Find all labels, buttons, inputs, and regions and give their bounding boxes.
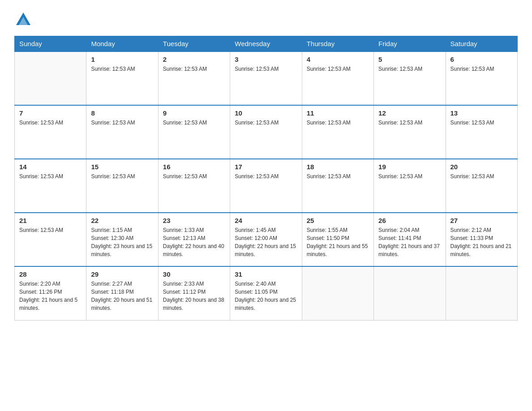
day-info: Sunrise: 12:53 AM [235, 172, 297, 180]
day-info: Sunrise: 2:27 AMSunset: 11:18 PMDaylight… [91, 280, 153, 312]
table-row: 9Sunrise: 12:53 AM [158, 105, 230, 159]
table-row: 25Sunrise: 1:55 AMSunset: 11:50 PMDaylig… [302, 213, 373, 266]
day-number: 14 [19, 163, 82, 171]
day-number: 24 [235, 217, 297, 224]
table-row: 30Sunrise: 2:33 AMSunset: 11:12 PMDaylig… [158, 266, 230, 320]
table-row [302, 266, 373, 320]
table-row: 27Sunrise: 2:12 AMSunset: 11:33 PMDaylig… [446, 213, 517, 266]
table-row: 15Sunrise: 12:53 AM [86, 159, 158, 213]
table-row: 1Sunrise: 12:53 AM [86, 51, 158, 105]
day-number: 30 [163, 270, 225, 278]
day-number: 28 [19, 270, 82, 278]
day-number: 3 [235, 56, 297, 63]
day-number: 6 [450, 56, 513, 63]
day-number: 2 [163, 56, 225, 63]
day-info: Sunrise: 2:40 AMSunset: 11:05 PMDaylight… [235, 280, 297, 312]
page-header [14, 11, 518, 29]
day-info: Sunrise: 1:33 AMSunset: 12:13 AMDaylight… [163, 226, 225, 258]
day-number: 31 [235, 270, 297, 278]
day-info: Sunrise: 1:55 AMSunset: 11:50 PMDaylight… [307, 226, 369, 258]
table-row: 24Sunrise: 1:45 AMSunset: 12:00 AMDaylig… [230, 213, 302, 266]
day-info: Sunrise: 2:33 AMSunset: 11:12 PMDaylight… [163, 280, 225, 312]
day-number: 1 [91, 56, 153, 63]
table-row: 7Sunrise: 12:53 AM [15, 105, 86, 159]
calendar-week-row: 14Sunrise: 12:53 AM15Sunrise: 12:53 AM16… [15, 159, 518, 213]
table-row: 16Sunrise: 12:53 AM [158, 159, 230, 213]
day-number: 15 [91, 163, 153, 171]
logo-icon [14, 11, 32, 29]
table-row [374, 266, 446, 320]
calendar-week-row: 21Sunrise: 12:53 AM22Sunrise: 1:15 AMSun… [15, 213, 518, 266]
table-row: 10Sunrise: 12:53 AM [230, 105, 302, 159]
day-number: 22 [91, 217, 153, 224]
day-number: 11 [307, 109, 369, 117]
day-number: 29 [91, 270, 153, 278]
day-info: Sunrise: 12:53 AM [450, 119, 513, 127]
day-number: 10 [235, 109, 297, 117]
day-number: 5 [378, 56, 441, 63]
day-info: Sunrise: 12:53 AM [19, 119, 82, 127]
day-info: Sunrise: 12:53 AM [378, 172, 441, 180]
table-row [15, 51, 86, 105]
day-info: Sunrise: 12:53 AM [19, 226, 82, 234]
calendar-week-row: 7Sunrise: 12:53 AM8Sunrise: 12:53 AM9Sun… [15, 105, 518, 159]
day-info: Sunrise: 12:53 AM [19, 172, 82, 180]
day-number: 7 [19, 109, 82, 117]
calendar-header-monday: Monday [86, 36, 158, 52]
day-info: Sunrise: 2:20 AMSunset: 11:26 PMDaylight… [19, 280, 82, 312]
table-row: 17Sunrise: 12:53 AM [230, 159, 302, 213]
day-info: Sunrise: 12:53 AM [450, 65, 513, 73]
table-row: 4Sunrise: 12:53 AM [302, 51, 373, 105]
table-row: 28Sunrise: 2:20 AMSunset: 11:26 PMDaylig… [15, 266, 86, 320]
table-row: 29Sunrise: 2:27 AMSunset: 11:18 PMDaylig… [86, 266, 158, 320]
table-row: 23Sunrise: 1:33 AMSunset: 12:13 AMDaylig… [158, 213, 230, 266]
calendar-header-saturday: Saturday [446, 36, 517, 52]
day-info: Sunrise: 12:53 AM [307, 65, 369, 73]
table-row: 8Sunrise: 12:53 AM [86, 105, 158, 159]
table-row: 19Sunrise: 12:53 AM [374, 159, 446, 213]
day-number: 4 [307, 56, 369, 63]
day-info: Sunrise: 12:53 AM [91, 119, 153, 127]
calendar-header-wednesday: Wednesday [230, 36, 302, 52]
day-info: Sunrise: 1:45 AMSunset: 12:00 AMDaylight… [235, 226, 297, 258]
day-number: 21 [19, 217, 82, 224]
day-info: Sunrise: 12:53 AM [235, 119, 297, 127]
calendar-header-row: SundayMondayTuesdayWednesdayThursdayFrid… [15, 36, 518, 52]
table-row: 22Sunrise: 1:15 AMSunset: 12:30 AMDaylig… [86, 213, 158, 266]
table-row: 31Sunrise: 2:40 AMSunset: 11:05 PMDaylig… [230, 266, 302, 320]
day-number: 9 [163, 109, 225, 117]
table-row: 3Sunrise: 12:53 AM [230, 51, 302, 105]
day-number: 19 [378, 163, 441, 171]
table-row: 14Sunrise: 12:53 AM [15, 159, 86, 213]
day-info: Sunrise: 12:53 AM [378, 119, 441, 127]
day-number: 25 [307, 217, 369, 224]
day-number: 16 [163, 163, 225, 171]
calendar-table: SundayMondayTuesdayWednesdayThursdayFrid… [14, 36, 518, 321]
day-number: 23 [163, 217, 225, 224]
day-info: Sunrise: 12:53 AM [163, 172, 225, 180]
day-info: Sunrise: 2:04 AMSunset: 11:41 PMDaylight… [378, 226, 441, 258]
table-row: 21Sunrise: 12:53 AM [15, 213, 86, 266]
day-info: Sunrise: 12:53 AM [91, 65, 153, 73]
calendar-header-thursday: Thursday [302, 36, 373, 52]
table-row: 2Sunrise: 12:53 AM [158, 51, 230, 105]
table-row: 12Sunrise: 12:53 AM [374, 105, 446, 159]
table-row: 20Sunrise: 12:53 AM [446, 159, 517, 213]
calendar-header-friday: Friday [374, 36, 446, 52]
day-number: 12 [378, 109, 441, 117]
day-number: 17 [235, 163, 297, 171]
calendar-week-row: 1Sunrise: 12:53 AM2Sunrise: 12:53 AM3Sun… [15, 51, 518, 105]
day-number: 8 [91, 109, 153, 117]
table-row: 5Sunrise: 12:53 AM [374, 51, 446, 105]
day-info: Sunrise: 1:15 AMSunset: 12:30 AMDaylight… [91, 226, 153, 258]
table-row: 18Sunrise: 12:53 AM [302, 159, 373, 213]
calendar-header-tuesday: Tuesday [158, 36, 230, 52]
calendar-week-row: 28Sunrise: 2:20 AMSunset: 11:26 PMDaylig… [15, 266, 518, 320]
logo [14, 11, 32, 29]
table-row: 26Sunrise: 2:04 AMSunset: 11:41 PMDaylig… [374, 213, 446, 266]
day-number: 27 [450, 217, 513, 224]
table-row [446, 266, 517, 320]
day-number: 20 [450, 163, 513, 171]
day-info: Sunrise: 12:53 AM [450, 172, 513, 180]
day-info: Sunrise: 12:53 AM [163, 65, 225, 73]
